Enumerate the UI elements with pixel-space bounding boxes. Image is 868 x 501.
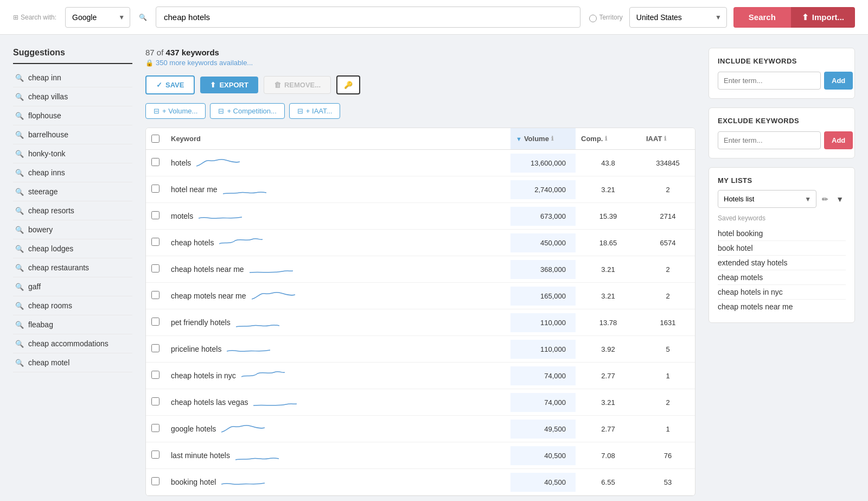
suggestion-label: cheap inn	[28, 73, 61, 82]
row-checkbox-cell	[146, 232, 165, 253]
row-checkbox[interactable]	[151, 424, 159, 432]
suggestion-item[interactable]: 🔍cheap villas	[13, 87, 132, 106]
suggestion-item[interactable]: 🔍bowery	[13, 220, 132, 239]
suggestion-search-icon: 🔍	[15, 74, 24, 82]
select-all-checkbox[interactable]	[151, 135, 159, 143]
save-button[interactable]: ✓ SAVE	[145, 75, 195, 94]
volume-filter-button[interactable]: ⊟ + Volume...	[145, 103, 206, 119]
suggestion-label: fleabag	[28, 320, 53, 329]
row-volume: 40,500	[510, 473, 576, 492]
row-volume: 74,000	[510, 393, 576, 412]
row-checkbox[interactable]	[151, 158, 159, 166]
row-checkbox[interactable]	[151, 238, 159, 246]
th-comp: Comp. ℹ	[576, 128, 641, 149]
suggestion-item[interactable]: 🔍cheap restaurants	[13, 258, 132, 277]
row-checkbox[interactable]	[151, 291, 159, 299]
suggestion-search-icon: 🔍	[15, 188, 24, 196]
keyword-input[interactable]	[156, 7, 580, 28]
include-term-input[interactable]	[718, 72, 821, 90]
row-comp: 3.21	[576, 260, 641, 279]
suggestion-item[interactable]: 🔍cheap resorts	[13, 201, 132, 220]
saved-keyword-item[interactable]: book hotel	[718, 241, 846, 256]
row-checkbox-cell	[146, 259, 165, 280]
engine-select[interactable]: Google Bing Yahoo	[65, 7, 130, 28]
territory-select[interactable]: United States United Kingdom Canada Aust…	[629, 7, 727, 28]
suggestion-item[interactable]: 🔍cheap inns	[13, 163, 132, 182]
sparkline	[227, 341, 270, 357]
key-button[interactable]: 🔑	[336, 75, 360, 94]
export-button[interactable]: ⬆ EXPORT	[200, 77, 258, 93]
row-checkbox[interactable]	[151, 397, 159, 405]
search-button[interactable]: Search	[733, 7, 791, 28]
row-iaat: 1	[641, 420, 695, 439]
suggestion-item[interactable]: 🔍gaff	[13, 277, 132, 296]
my-lists-section: MY LISTS Hotels list ▼ ✏ ▼ Saved keyword…	[709, 167, 855, 323]
row-checkbox[interactable]	[151, 477, 159, 485]
row-comp: 2.77	[576, 420, 641, 439]
saved-keyword-item[interactable]: cheap motels near me	[718, 300, 846, 314]
saved-keyword-item[interactable]: extended stay hotels	[718, 256, 846, 270]
suggestion-label: cheap rooms	[28, 301, 72, 310]
suggestion-item[interactable]: 🔍cheap motel	[13, 353, 132, 372]
more-keywords-link[interactable]: 350 more keywords available...	[156, 59, 253, 67]
top-bar: ⊞ Search with: Google Bing Yahoo ▼ 🔍 Ter…	[0, 0, 868, 35]
suggestion-search-icon: 🔍	[15, 169, 24, 177]
suggestion-item[interactable]: 🔍honky-tonk	[13, 144, 132, 163]
row-checkbox[interactable]	[151, 451, 159, 459]
row-volume: 13,600,000	[510, 154, 576, 173]
export-icon: ⬆	[210, 81, 216, 89]
suggestion-item[interactable]: 🔍cheap inn	[13, 68, 132, 87]
row-checkbox[interactable]	[151, 344, 159, 352]
suggestion-item[interactable]: 🔍barrelhouse	[13, 125, 132, 144]
row-keyword: priceline hotels	[165, 336, 510, 362]
sparkline	[241, 368, 285, 383]
row-iaat: 2	[641, 393, 695, 412]
row-checkbox[interactable]	[151, 264, 159, 272]
comp-info-icon: ℹ	[605, 135, 607, 142]
row-checkbox-cell	[146, 472, 165, 492]
territory-section: Territory United States United Kingdom C…	[589, 7, 855, 28]
keyword-table: Keyword ▼ Volume ℹ Comp. ℹ IAAT ℹ hotels…	[145, 128, 695, 496]
row-volume: 2,740,000	[510, 180, 576, 199]
row-checkbox[interactable]	[151, 211, 159, 219]
row-checkbox[interactable]	[151, 185, 159, 193]
saved-keyword-item[interactable]: cheap hotels in nyc	[718, 285, 846, 300]
competition-filter-button[interactable]: ⊟ + Competition...	[210, 103, 284, 119]
row-checkbox[interactable]	[151, 371, 159, 379]
row-keyword: cheap hotels in nyc	[165, 363, 510, 389]
selected-count: 87	[145, 48, 155, 57]
row-checkbox[interactable]	[151, 318, 159, 326]
suggestion-item[interactable]: 🔍steerage	[13, 182, 132, 201]
sparkline	[219, 235, 263, 250]
suggestion-label: cheap inns	[28, 168, 65, 177]
suggestion-item[interactable]: 🔍flophouse	[13, 106, 132, 125]
edit-list-button[interactable]: ✏	[820, 193, 831, 206]
row-iaat: 2	[641, 180, 695, 199]
table-row: booking hotel40,5006.5553	[146, 469, 695, 496]
row-checkbox-cell	[146, 179, 165, 200]
table-header: Keyword ▼ Volume ℹ Comp. ℹ IAAT ℹ	[146, 128, 695, 150]
suggestion-label: cheap lodges	[28, 244, 73, 253]
saved-keyword-item[interactable]: cheap motels	[718, 270, 846, 285]
remove-button[interactable]: 🗑 REMOVE...	[264, 76, 331, 94]
suggestion-item[interactable]: 🔍cheap rooms	[13, 296, 132, 315]
expand-list-button[interactable]: ▼	[834, 193, 846, 206]
suggestion-item[interactable]: 🔍cheap lodges	[13, 239, 132, 258]
th-volume[interactable]: ▼ Volume ℹ	[510, 128, 576, 149]
saved-keywords-list: hotel bookingbook hotelextended stay hot…	[718, 226, 846, 314]
filter-icon-iaat: ⊟	[297, 107, 303, 115]
table-row: pet friendly hotels110,00013.781631	[146, 309, 695, 336]
iaat-filter-button[interactable]: ⊟ + IAAT...	[289, 103, 341, 119]
exclude-term-input[interactable]	[718, 131, 821, 149]
sparkline	[223, 182, 266, 197]
exclude-add-button[interactable]: Add	[824, 131, 853, 149]
sparkline	[235, 448, 279, 463]
include-add-button[interactable]: Add	[824, 72, 853, 90]
upload-icon: ⬆	[802, 12, 809, 22]
import-button[interactable]: ⬆ Import...	[791, 7, 855, 28]
row-volume: 673,000	[510, 207, 576, 226]
suggestion-item[interactable]: 🔍fleabag	[13, 315, 132, 334]
suggestion-item[interactable]: 🔍cheap accommodations	[13, 334, 132, 353]
list-select[interactable]: Hotels list	[718, 190, 816, 208]
saved-keyword-item[interactable]: hotel booking	[718, 226, 846, 241]
